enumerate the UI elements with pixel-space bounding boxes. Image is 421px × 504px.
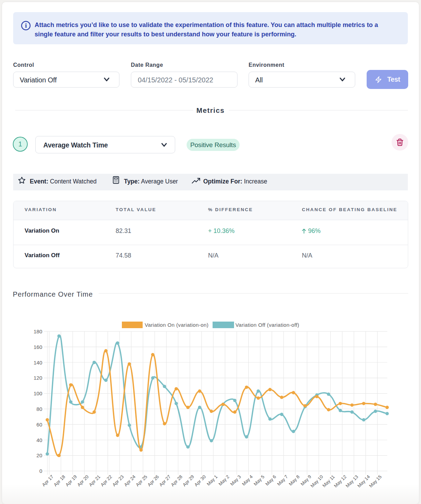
svg-text:i: i — [25, 22, 27, 29]
